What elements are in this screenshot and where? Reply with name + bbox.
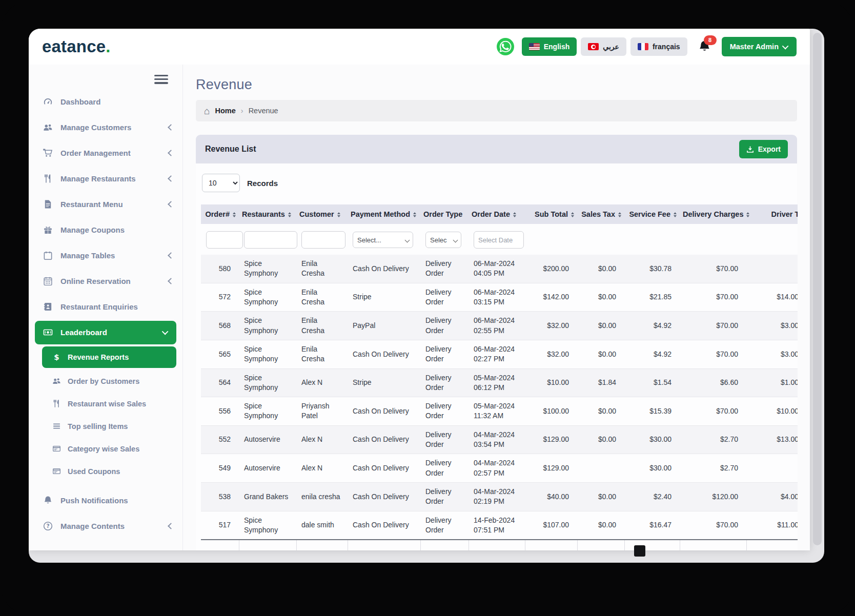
column-label: Payment Method: [351, 210, 410, 218]
table-header-row: Order#RestaurantsCustomerPayment MethodO…: [201, 204, 798, 224]
sidebar-item-manage-tables[interactable]: Manage Tables: [29, 243, 182, 269]
cell-payment-method: Cash On Delivery: [348, 483, 420, 511]
cell-restaurants: Spice Symphony: [239, 312, 296, 340]
cell-order-date: 05-Mar-2024 11:32 AM: [469, 397, 525, 426]
sidebar-item-label: Manage Restaurants: [60, 174, 169, 183]
breadcrumb-home-link[interactable]: Home: [215, 107, 235, 115]
sidebar-item-order-management[interactable]: Order Management: [29, 140, 182, 166]
revenue-table-wrap: Order#RestaurantsCustomerPayment MethodO…: [201, 204, 798, 550]
cell-restaurants: Grand Bakers: [239, 483, 296, 511]
cell-delivery-charges: $120.00: [680, 483, 746, 511]
sort-icon: [288, 212, 291, 217]
filter-payment-select[interactable]: Select...: [353, 232, 413, 248]
sidebar-item-push-notifications[interactable]: Push Notifications: [29, 488, 182, 514]
device-frame: eatance. Englishعربيfrançais: [0, 0, 855, 616]
cell-order: 565: [201, 340, 239, 368]
sidebar-item-manage-customers[interactable]: Manage Customers: [29, 115, 182, 140]
sidebar-toggle-icon[interactable]: [154, 75, 168, 84]
cell-sales-tax: $0.00: [577, 483, 624, 511]
sidebar-item-online-reservation[interactable]: Online Reservation: [29, 269, 182, 294]
cell-service-fee: $30.00: [624, 425, 680, 454]
sidebar-subitem-revenue-reports[interactable]: $Revenue Reports: [42, 346, 176, 368]
cell-sales-tax: $0.00: [577, 511, 624, 540]
sort-icon: [233, 212, 236, 217]
table-row: 572Spice SymphonyEnila CreshaStripeDeliv…: [201, 283, 798, 312]
notifications-bell[interactable]: 8: [698, 40, 711, 54]
cutoff-pagination-element[interactable]: [634, 545, 645, 557]
sidebar-menu: DashboardManage CustomersOrder Managemen…: [29, 89, 182, 539]
filter-order-date-input[interactable]: [474, 231, 524, 249]
cell-sub-total: $200.00: [525, 255, 577, 283]
tn-flag-icon: [588, 43, 599, 50]
cell-customer: Alex N: [296, 368, 348, 397]
column-header-payment-method[interactable]: Payment Method: [348, 204, 420, 224]
sidebar-item-manage-coupons[interactable]: Manage Coupons: [29, 217, 182, 243]
page-vertical-scrollbar[interactable]: [813, 33, 822, 545]
filter-restaurants-input[interactable]: [244, 231, 297, 249]
cell-sales-tax: $1.84: [577, 368, 624, 397]
cell-sub-total: $142.00: [525, 283, 577, 312]
question-icon: ?: [43, 521, 53, 531]
language-button-tn[interactable]: عربي: [581, 37, 626, 56]
whatsapp-icon[interactable]: [496, 37, 515, 56]
sidebar-item-restaurant-menu[interactable]: Restaurant Menu: [29, 192, 182, 217]
filter-order-type-select[interactable]: Selec: [425, 232, 461, 248]
sidebar-subitem-top-selling-items[interactable]: Top selling Items: [29, 415, 182, 438]
sidebar-item-leaderboard[interactable]: Leaderboard: [35, 321, 176, 344]
column-label: Driver Tip: [771, 210, 798, 218]
column-header-service-fee[interactable]: Service Fee: [624, 204, 680, 224]
sidebar-subitem-restaurant-wise-sales[interactable]: Restaurant wise Sales: [29, 393, 182, 415]
column-header-order[interactable]: Order#: [201, 204, 239, 224]
app-logo[interactable]: eatance.: [42, 37, 111, 56]
cell-order-type: Delivery Order: [420, 483, 469, 511]
export-button[interactable]: Export: [739, 140, 788, 158]
sidebar-item-restaurant-enquiries[interactable]: Restaurant Enquiries: [29, 294, 182, 320]
cell-driver-tip: $3.00: [746, 312, 798, 340]
us-flag-icon: [529, 43, 540, 50]
language-button-us[interactable]: English: [522, 37, 577, 56]
sidebar-subitem-category-wise-sales[interactable]: Category wise Sales: [29, 438, 182, 460]
column-header-customer[interactable]: Customer: [296, 204, 348, 224]
cell-order-type: Delivery Order: [420, 255, 469, 283]
chevron-left-icon: [168, 252, 174, 259]
sidebar-item-dashboard[interactable]: Dashboard: [29, 89, 182, 115]
list-icon: [52, 422, 61, 430]
cell-customer: Enila Cresha: [296, 312, 348, 340]
cell-sales-tax: [577, 454, 624, 483]
cell-order-type: Delivery Order: [420, 340, 469, 368]
filter-order-input[interactable]: [206, 231, 243, 249]
column-header-sales-tax[interactable]: Sales Tax: [577, 204, 624, 224]
sidebar-subitem-order-by-customers[interactable]: Order by Customers: [29, 370, 182, 393]
users-icon: [43, 122, 53, 132]
sidebar-subitem-used-coupons[interactable]: Used Coupons: [29, 460, 182, 483]
column-label: Sub Total: [535, 210, 568, 218]
column-header-order-date[interactable]: Order Date: [469, 204, 525, 224]
column-header-restaurants[interactable]: Restaurants: [239, 204, 296, 224]
cell-driver-tip: [746, 255, 798, 283]
cell-sub-total: $107.00: [525, 511, 577, 540]
column-header-driver-tip: Driver Tip: [746, 204, 798, 224]
sidebar-item-manage-restaurants[interactable]: Manage Restaurants: [29, 166, 182, 192]
records-per-page-select[interactable]: 10: [202, 174, 240, 192]
cell-driver-tip: $1.00: [746, 368, 798, 397]
fr-flag-icon: [638, 43, 648, 50]
cell-sub-total: $129.00: [525, 425, 577, 454]
utensils-icon: [52, 399, 61, 408]
sidebar-item-manage-contents[interactable]: ?Manage Contents: [29, 514, 182, 539]
column-header-sub-total[interactable]: Sub Total: [525, 204, 577, 224]
logo-text: eatance: [42, 37, 106, 56]
sort-icon: [337, 212, 340, 217]
filter-customer-input[interactable]: [301, 231, 345, 249]
table-filter-row: Select...Selec: [201, 224, 798, 255]
column-header-delivery-charges[interactable]: Delivery Charges: [680, 204, 746, 224]
cell-order: 556: [201, 397, 239, 426]
sidebar-item-label: Leaderboard: [60, 328, 164, 337]
table-row: 565Spice SymphonyEnila CreshaCash On Del…: [201, 340, 798, 368]
cell-sub-total: $10.00: [525, 368, 577, 397]
profile-menu-button[interactable]: Master Admin: [722, 37, 797, 56]
cell-restaurants: Spice Symphony: [239, 397, 296, 426]
language-button-fr[interactable]: français: [630, 37, 687, 56]
sort-icon: [413, 212, 416, 217]
column-label: Order Date: [472, 210, 510, 218]
dollar-icon: $: [52, 353, 61, 361]
